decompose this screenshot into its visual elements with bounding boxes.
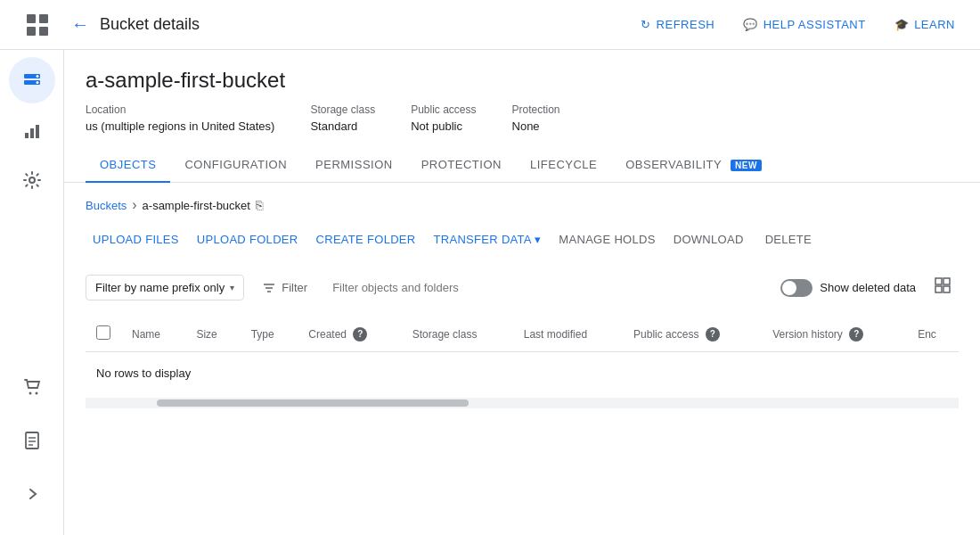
svg-point-6 (36, 75, 38, 78)
table-header-row: Name Size Type Created ? Storage class L… (86, 317, 959, 352)
bucket-name: a-sample-first-bucket (86, 68, 959, 93)
show-deleted-toggle[interactable] (780, 279, 813, 297)
protection-value: None (512, 119, 560, 133)
settings-icon (22, 170, 42, 190)
protection-label: Protection (512, 103, 560, 116)
table-container: Name Size Type Created ? Storage class L… (86, 317, 959, 408)
svg-point-11 (29, 177, 35, 183)
tab-observability[interactable]: OBSERVABILITY NEW (611, 147, 776, 182)
th-name[interactable]: Name (121, 317, 185, 352)
svg-point-12 (29, 392, 31, 395)
bucket-meta: Location us (multiple regions in United … (86, 103, 959, 133)
breadcrumb-current: a-sample-first-bucket (143, 199, 250, 212)
filter-button[interactable]: Filter (255, 277, 314, 299)
meta-protection: Protection None (512, 103, 560, 133)
back-button[interactable]: ← (71, 14, 89, 35)
analytics-icon (22, 120, 42, 140)
public-access-help-icon[interactable]: ? (706, 327, 720, 342)
refresh-button[interactable]: ↻ REFRESH (630, 12, 725, 37)
no-rows-row: No rows to display (86, 352, 959, 395)
svg-rect-1 (39, 14, 48, 23)
manage-holds-button[interactable]: MANAGE HOLDS (551, 227, 662, 251)
show-deleted-container: Show deleted data (780, 279, 916, 297)
th-size[interactable]: Size (185, 317, 240, 352)
th-checkbox (86, 317, 121, 352)
svg-rect-21 (935, 278, 942, 284)
storage-class-label: Storage class (310, 103, 375, 116)
grid-view-icon (934, 276, 951, 294)
breadcrumb-buckets-link[interactable]: Buckets (86, 199, 127, 212)
storage-icon (22, 70, 42, 90)
storage-class-value: Standard (310, 119, 375, 133)
bucket-header: a-sample-first-bucket Location us (multi… (64, 50, 980, 133)
breadcrumb: Buckets › a-sample-first-bucket ⎘ (86, 197, 959, 213)
sidebar-item-settings[interactable] (9, 157, 55, 203)
toggle-knob (782, 281, 796, 295)
no-rows-label: No rows to display (86, 352, 959, 395)
filter-input[interactable] (325, 277, 550, 298)
select-all-checkbox[interactable] (96, 325, 110, 340)
tab-permission[interactable]: PERMISSION (301, 147, 407, 182)
objects-table: Name Size Type Created ? Storage class L… (86, 317, 959, 394)
learn-icon: 🎓 (894, 18, 910, 31)
svg-rect-24 (943, 286, 950, 292)
location-value: us (multiple regions in United States) (86, 119, 274, 133)
sidebar-item-expand[interactable] (9, 471, 55, 517)
new-badge: NEW (731, 160, 762, 171)
filter-label: Filter (282, 281, 307, 294)
meta-public-access: Public access Not public (411, 103, 476, 133)
grid-view-button[interactable] (927, 273, 959, 302)
upload-folder-button[interactable]: UPLOAD FOLDER (190, 227, 306, 251)
svg-rect-22 (943, 278, 950, 284)
help-icon: 💬 (743, 18, 758, 31)
th-type[interactable]: Type (241, 317, 298, 352)
svg-rect-3 (39, 27, 48, 36)
transfer-data-button[interactable]: TRANSFER DATA (427, 227, 549, 251)
learn-button[interactable]: 🎓 LEARN (884, 12, 966, 37)
cart-icon (22, 377, 42, 397)
svg-point-13 (35, 392, 37, 395)
sidebar-bottom (9, 364, 55, 535)
filter-dropdown[interactable]: Filter by name prefix only ▾ (86, 275, 244, 300)
sidebar (0, 50, 64, 535)
th-last-modified[interactable]: Last modified (513, 317, 623, 352)
page-title: Bucket details (100, 15, 630, 34)
th-created: Created ? (298, 317, 401, 352)
content-area: a-sample-first-bucket Location us (multi… (64, 50, 980, 535)
scrollbar-thumb (157, 399, 469, 407)
tab-objects[interactable]: OBJECTS (86, 147, 170, 182)
sidebar-item-docs[interactable] (9, 417, 55, 464)
public-access-value: Not public (411, 119, 476, 133)
copy-icon[interactable]: ⎘ (256, 198, 263, 212)
tab-bar: OBJECTS CONFIGURATION PERMISSION PROTECT… (64, 147, 980, 183)
tab-configuration[interactable]: CONFIGURATION (170, 147, 301, 182)
th-storage-class[interactable]: Storage class (402, 317, 513, 352)
filter-icon (262, 281, 276, 295)
help-assistant-button[interactable]: 💬 HELP ASSISTANT (732, 12, 876, 37)
sidebar-item-analytics[interactable] (9, 107, 55, 153)
sidebar-item-storage[interactable] (9, 57, 55, 103)
upload-files-button[interactable]: UPLOAD FILES (86, 227, 186, 251)
svg-rect-0 (27, 14, 36, 23)
created-help-icon[interactable]: ? (353, 327, 367, 342)
dropdown-arrow-icon: ▾ (230, 283, 234, 292)
logo-icon (25, 12, 50, 37)
table-scrollbar[interactable] (86, 398, 959, 408)
version-history-help-icon[interactable]: ? (849, 327, 863, 342)
top-bar-actions: ↻ REFRESH 💬 HELP ASSISTANT 🎓 LEARN (630, 12, 966, 37)
meta-location: Location us (multiple regions in United … (86, 103, 274, 133)
th-enc: Enc (907, 317, 959, 352)
app-logo (14, 7, 61, 43)
delete-button[interactable]: DELETE (758, 227, 819, 251)
tab-lifecycle[interactable]: LIFECYCLE (516, 147, 611, 182)
sidebar-item-cart[interactable] (9, 364, 55, 410)
tab-protection[interactable]: PROTECTION (407, 147, 516, 182)
create-folder-button[interactable]: CREATE FOLDER (309, 227, 423, 251)
docs-icon (22, 431, 42, 450)
main-layout: a-sample-first-bucket Location us (multi… (0, 50, 980, 535)
top-bar: ← Bucket details ↻ REFRESH 💬 HELP ASSIST… (0, 0, 980, 50)
download-button[interactable]: DOWNLOAD (666, 227, 751, 251)
svg-rect-10 (36, 125, 39, 138)
svg-rect-14 (26, 432, 38, 449)
th-version-history: Version history ? (762, 317, 907, 352)
